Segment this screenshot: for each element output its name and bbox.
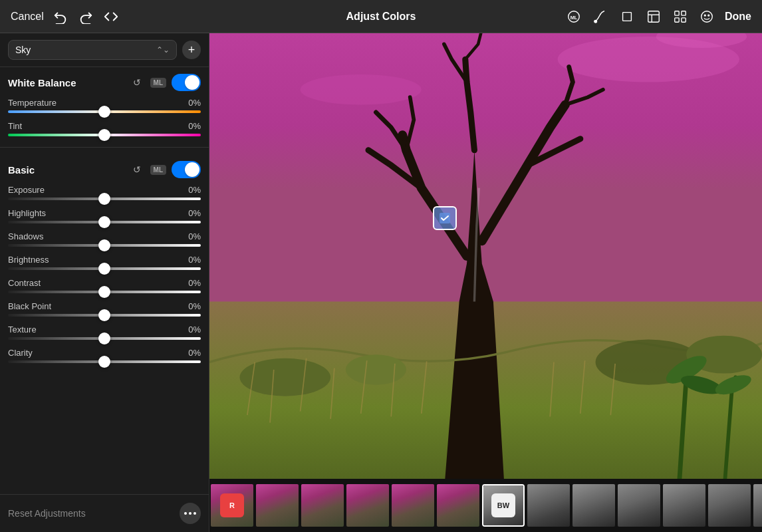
contrast-thumb[interactable] [98, 286, 110, 298]
contrast-label: Contrast [8, 278, 41, 288]
svg-point-12 [704, 15, 705, 16]
exposure-thumb[interactable] [98, 193, 110, 205]
film-item[interactable] [708, 484, 751, 527]
exposure-value: 0% [188, 185, 201, 195]
basic-ml-badge: ML [150, 165, 166, 175]
texture-slider[interactable] [8, 337, 201, 340]
brightness-slider-row: Brightness 0% [8, 255, 201, 270]
shadows-slider[interactable] [8, 244, 201, 247]
clarity-value: 0% [188, 348, 201, 358]
black-point-thumb[interactable] [98, 309, 110, 321]
dropdown-row: Sky ⌃⌄ + [0, 33, 209, 67]
film-item[interactable] [392, 484, 434, 527]
top-bar-right: ML Done [565, 8, 751, 25]
highlights-thumb[interactable] [98, 216, 110, 228]
bottom-bar: Reset Adjustments [0, 494, 209, 532]
temperature-value: 0% [188, 98, 201, 108]
top-bar-center: Adjust Colors [346, 11, 416, 23]
contrast-slider[interactable] [8, 291, 201, 293]
clarity-slider[interactable] [8, 360, 201, 363]
film-badge-r: R [220, 493, 244, 517]
undo-button[interactable] [52, 8, 69, 25]
temperature-thumb[interactable] [98, 106, 110, 118]
tint-thumb[interactable] [98, 129, 110, 141]
film-item[interactable] [256, 484, 299, 527]
basic-title: Basic [8, 164, 124, 176]
svg-rect-10 [682, 17, 686, 21]
add-adjustment-button[interactable]: + [182, 41, 201, 59]
basic-header: Basic ↺ ML [8, 161, 201, 178]
brightness-label: Brightness [8, 255, 49, 265]
eraser-button[interactable] [645, 8, 662, 25]
temperature-label: Temperature [8, 98, 57, 108]
chevron-icon: ⌃⌄ [156, 45, 170, 55]
white-balance-ml-badge: ML [150, 78, 166, 88]
reset-adjustments-button[interactable]: Reset Adjustments [8, 508, 86, 519]
tint-slider[interactable] [8, 134, 201, 136]
temperature-slider[interactable] [8, 110, 201, 113]
white-balance-header: White Balance ↺ ML [8, 74, 201, 91]
contrast-value: 0% [188, 278, 201, 288]
svg-rect-3 [623, 12, 632, 21]
film-item[interactable] [572, 484, 615, 527]
redo-button[interactable] [77, 8, 94, 25]
white-balance-toggle[interactable] [172, 74, 201, 91]
image-area: R BW CN [209, 33, 762, 532]
film-item[interactable] [663, 484, 705, 527]
film-item[interactable] [301, 484, 344, 527]
film-item[interactable] [527, 484, 570, 527]
shadows-thumb[interactable] [98, 239, 110, 251]
main-photo [209, 33, 762, 532]
brightness-value: 0% [188, 255, 201, 265]
exposure-slider[interactable] [8, 198, 201, 200]
crop-button[interactable] [618, 8, 636, 25]
film-item[interactable] [437, 484, 479, 527]
svg-point-11 [701, 11, 713, 22]
shadows-slider-row: Shadows 0% [8, 231, 201, 247]
highlights-value: 0% [188, 208, 201, 218]
svg-point-19 [240, 358, 331, 396]
ml-tool-button[interactable]: ML [565, 8, 582, 25]
more-options-button[interactable] [180, 503, 201, 524]
white-balance-section: White Balance ↺ ML Temperature 0% Tint [0, 67, 209, 144]
texture-thumb[interactable] [98, 332, 110, 344]
done-button[interactable]: Done [725, 11, 751, 23]
sky-dropdown[interactable]: Sky ⌃⌄ [8, 40, 177, 60]
top-bar-left: Cancel [11, 8, 120, 25]
tint-label: Tint [8, 121, 22, 131]
basic-toggle[interactable] [172, 161, 201, 178]
film-item[interactable] [753, 484, 762, 527]
cancel-button[interactable]: Cancel [11, 11, 44, 23]
brush-button[interactable] [592, 8, 609, 25]
highlights-label: Highlights [8, 208, 46, 218]
texture-slider-row: Texture 0% [8, 325, 201, 340]
exposure-label: Exposure [8, 185, 45, 195]
svg-text:ML: ML [571, 14, 578, 20]
svg-rect-8 [682, 11, 686, 15]
clarity-thumb[interactable] [98, 356, 110, 368]
tint-slider-row: Tint 0% [8, 121, 201, 136]
film-item[interactable] [618, 484, 660, 527]
emoji-button[interactable] [698, 8, 715, 25]
code-button[interactable] [102, 8, 120, 25]
exposure-slider-row: Exposure 0% [8, 185, 201, 200]
brightness-slider[interactable] [8, 267, 201, 270]
film-badge-bw: BW [491, 493, 515, 517]
svg-point-16 [301, 74, 422, 105]
clarity-label: Clarity [8, 348, 33, 358]
film-item-selected[interactable]: BW [482, 484, 525, 527]
svg-rect-4 [648, 11, 660, 22]
basic-reset-icon[interactable]: ↺ [129, 162, 145, 178]
svg-point-13 [708, 15, 709, 16]
svg-point-20 [346, 354, 406, 385]
film-item[interactable] [346, 484, 389, 527]
film-item[interactable]: R [211, 484, 253, 527]
highlights-slider[interactable] [8, 221, 201, 223]
svg-rect-7 [675, 11, 679, 15]
white-balance-reset-icon[interactable]: ↺ [129, 74, 145, 90]
grid-button[interactable] [672, 8, 689, 25]
shadows-label: Shadows [8, 231, 43, 241]
black-point-slider-row: Black Point 0% [8, 301, 201, 317]
black-point-slider[interactable] [8, 314, 201, 317]
brightness-thumb[interactable] [98, 263, 110, 275]
